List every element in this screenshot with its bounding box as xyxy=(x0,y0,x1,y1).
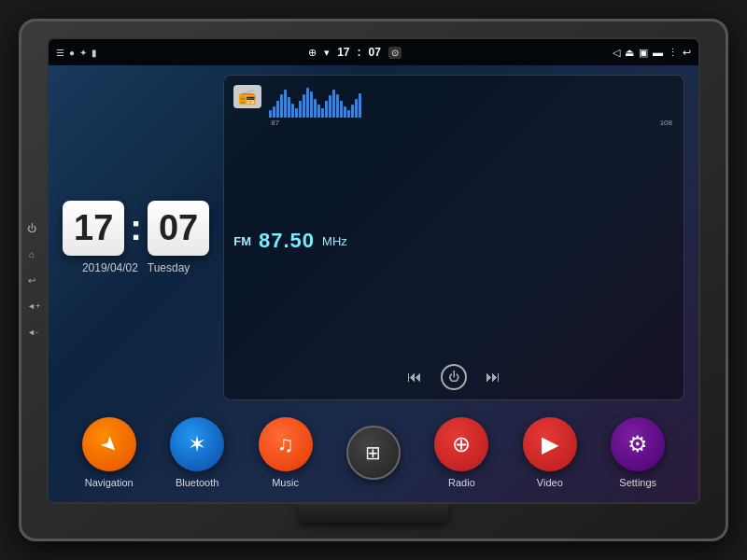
app-item-video[interactable]: ▶Video xyxy=(523,417,577,488)
app-label-bluetooth: Bluetooth xyxy=(176,477,218,488)
clock-colon: : xyxy=(128,201,144,256)
spectrum-bar xyxy=(325,101,328,118)
wifi-icon: ▾ xyxy=(324,47,330,59)
status-bar: ☰ ● ✦ ▮ ⊕ ▾ 17:07 ⊙ ◁ ⏏ ▣ ▬ ⋮ ↩ xyxy=(49,39,698,65)
spectrum-bar xyxy=(329,95,331,118)
app-icon-video: ▶ xyxy=(523,417,577,471)
app-icon-settings: ⚙ xyxy=(611,417,665,471)
spectrum-bar xyxy=(280,94,283,118)
radio-top: 📻 87 108 xyxy=(233,85,674,118)
settings-icon: ⚙ xyxy=(627,431,648,457)
spectrum-bar xyxy=(310,91,313,118)
status-left-icons: ☰ ● ✦ ▮ xyxy=(56,48,97,58)
app-icon-radio: ⊕ xyxy=(434,417,488,471)
app-label-navigation: Navigation xyxy=(85,477,134,488)
next-track-button[interactable]: ⏭ xyxy=(486,369,500,385)
spectrum-bar xyxy=(340,101,343,118)
side-buttons: ⏻ ⌂ ↩ ◄+ ◄- xyxy=(27,223,36,337)
content-row: 17 : 07 2019/04/02 Tuesday 📻 xyxy=(49,65,698,410)
eject-icon: ⏏ xyxy=(625,47,634,59)
spectrum-bar xyxy=(273,106,275,118)
app-item-radio[interactable]: ⊕Radio xyxy=(434,417,488,488)
main-area: 17 : 07 2019/04/02 Tuesday 📻 xyxy=(49,65,698,502)
spectrum-bar xyxy=(332,90,335,118)
app-icon-bluetooth: ✶ xyxy=(170,417,224,471)
radio-freq-row: FM 87.50 MHz xyxy=(233,229,674,253)
back-icon[interactable]: ↩ xyxy=(683,47,691,59)
spectrum-bar xyxy=(299,101,302,118)
clock-minutes: 07 xyxy=(148,201,209,256)
app-item-bluetooth[interactable]: ✶Bluetooth xyxy=(170,417,224,488)
menu-icon[interactable]: ⋮ xyxy=(668,47,678,59)
radio-spectrum: 87 108 xyxy=(269,85,674,118)
radio-mode: FM xyxy=(233,234,251,248)
spectrum-bar xyxy=(303,94,305,118)
back-side-button[interactable]: ↩ xyxy=(27,275,36,285)
spectrum-bar xyxy=(306,88,309,118)
spectrum-bar xyxy=(288,97,290,118)
app-item-apps[interactable]: ⊞ xyxy=(346,426,401,480)
spectrum-bar xyxy=(359,93,361,118)
minus-icon: ▬ xyxy=(653,47,663,58)
radio-widget: 📻 87 108 FM 87.50 MHz xyxy=(223,75,684,400)
prev-track-button[interactable]: ⏮ xyxy=(407,369,422,385)
power-button[interactable]: ⏻ xyxy=(27,223,36,232)
app-icon-apps: ⊞ xyxy=(346,426,401,480)
spectrum-bar xyxy=(317,105,320,118)
signal-icon: ● xyxy=(69,48,75,58)
bottom-mount xyxy=(299,502,448,523)
app-item-settings[interactable]: ⚙Settings xyxy=(611,417,665,488)
screen: ☰ ● ✦ ▮ ⊕ ▾ 17:07 ⊙ ◁ ⏏ ▣ ▬ ⋮ ↩ xyxy=(47,37,700,504)
status-center: ⊕ ▾ 17:07 ⊙ xyxy=(308,46,402,59)
spectrum-bar xyxy=(344,106,346,118)
spectrum-bar xyxy=(351,105,354,118)
clock-hours: 17 xyxy=(63,201,124,256)
spectrum-bar xyxy=(284,90,287,118)
screen-icon: ▣ xyxy=(639,47,648,59)
app-item-music[interactable]: ♫Music xyxy=(259,417,313,488)
clock-digits: 17 : 07 xyxy=(63,201,209,256)
music-icon: ♫ xyxy=(277,431,294,457)
usb-icon: ✦ xyxy=(79,48,87,58)
app-label-settings: Settings xyxy=(619,477,656,488)
spectrum-bar xyxy=(295,108,298,118)
spectrum-bar xyxy=(355,99,358,118)
spectrum-bar xyxy=(321,108,324,118)
battery-icon: ▮ xyxy=(92,48,97,58)
navigation-icon: ➤ xyxy=(94,429,123,458)
radio-power-button[interactable]: ⏻ xyxy=(441,364,467,390)
radio-controls: ⏮ ⏻ ⏭ xyxy=(233,364,674,390)
radio-icon: 📻 xyxy=(233,85,261,108)
radio-frequency: 87.50 xyxy=(259,229,315,253)
spectrum-bars xyxy=(269,85,674,118)
volume-icon: ◁ xyxy=(613,47,620,59)
app-icon-music: ♫ xyxy=(259,417,313,471)
spectrum-bar xyxy=(269,110,272,118)
clock-date: 2019/04/02 Tuesday xyxy=(82,261,190,274)
app-icon-navigation: ➤ xyxy=(82,417,136,471)
apps-icon: ⊞ xyxy=(365,441,381,464)
app-label-music: Music xyxy=(272,477,299,488)
vol-up-button[interactable]: ◄+ xyxy=(27,301,36,311)
video-icon: ▶ xyxy=(542,431,558,457)
home-button[interactable]: ⌂ xyxy=(27,249,36,259)
freq-label: 87 108 xyxy=(269,119,674,127)
bluetooth-icon: ✶ xyxy=(188,431,206,457)
radio-icon: ⊕ xyxy=(452,431,471,457)
spectrum-bar xyxy=(291,104,294,118)
notification-icon: ☰ xyxy=(56,48,64,58)
status-right-icons: ◁ ⏏ ▣ ▬ ⋮ ↩ xyxy=(613,47,691,59)
camera-icon: ⊙ xyxy=(388,47,402,59)
spectrum-bar xyxy=(276,101,279,118)
radio-unit: MHz xyxy=(322,234,347,248)
app-label-video: Video xyxy=(537,477,563,488)
location-icon: ⊕ xyxy=(308,47,317,59)
app-label-radio: Radio xyxy=(448,477,475,488)
app-item-navigation[interactable]: ➤Navigation xyxy=(82,417,136,488)
spectrum-bar xyxy=(314,99,317,118)
vol-down-button[interactable]: ◄- xyxy=(27,328,36,337)
clock-widget: 17 : 07 2019/04/02 Tuesday xyxy=(63,75,209,400)
status-time: 17 xyxy=(337,46,349,59)
device-body: ⏻ ⌂ ↩ ◄+ ◄- ☰ ● ✦ ▮ ⊕ ▾ 17:07 ⊙ ◁ ⏏ ▣ xyxy=(19,19,728,541)
spectrum-bar xyxy=(336,94,339,118)
